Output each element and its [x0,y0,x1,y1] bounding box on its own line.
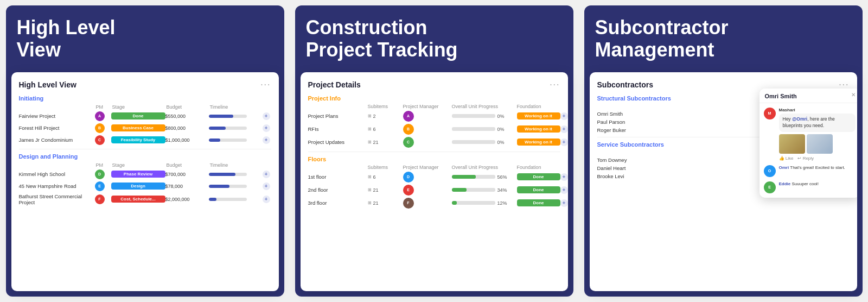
avatar-fairview: A [95,111,105,121]
avatar-pp: A [403,111,414,122]
add-btn-bathurst[interactable]: + [263,196,270,203]
avatar-1f: D [403,172,414,183]
hlv-section-design: Design and Planning [19,153,271,160]
chat-header: Omri Smith ✕ [760,89,857,103]
add-btn-newhampshire[interactable]: + [263,183,270,190]
hlv-col-headers-2: PM Stage Budget Timeline [19,162,271,168]
card-title-3: Subcontractors [597,80,653,89]
card-subcontractors: Subcontractors ··· Structural Subcontrac… [590,72,857,291]
chat-avatar-eddie: E [764,181,776,193]
pt-section-projectinfo: Project Info [308,95,560,102]
pt-row-2ndfloor: 2nd floor ⊞21 E 34% Done + [308,185,560,196]
hlv-row-foresthill: Forest Hill Project B Business Case $800… [19,123,271,133]
chat-header-name: Omri Smith [765,93,854,99]
add-btn-3f[interactable]: + [560,199,568,207]
panel-title-2: ConstructionProject Tracking [301,16,568,61]
add-btn-fairview[interactable]: + [263,112,270,120]
panel-title-1: High LevelView [11,16,279,61]
pt-section-floors: Floors [308,156,560,162]
chat-messages: M Mashari Hey @Omri, here are the bluepr… [760,103,857,198]
avatar-james: C [95,135,105,145]
chat-image-2 [807,134,833,154]
card-dots-1[interactable]: ··· [260,80,271,90]
chat-message-eddie: E Eddie Suuuper cool! [764,181,856,193]
pt-row-3rdfloor: 3rd floor ⊞21 F 12% Done + [308,198,560,209]
avatar-foresthill: B [95,123,105,133]
hlv-row-james: James Jr Condominium C Feasibility Study… [19,135,271,145]
panel-construction-tracking: ConstructionProject Tracking Project Det… [290,0,579,302]
card-dots-2[interactable]: ··· [550,80,560,90]
chat-avatar-mashari: M [764,108,776,119]
add-btn-foresthill[interactable]: + [263,124,270,132]
avatar-pu: C [403,137,414,148]
pt-row-projectplans: Project Plans ⊞2 A 0% Working on it + [308,111,560,122]
add-btn-pp[interactable]: + [560,112,568,120]
add-btn-2f[interactable]: + [560,186,568,194]
chat-avatar-omri: O [764,165,776,177]
add-btn-kimmel[interactable]: + [263,171,270,178]
pt-col-headers-1: Subitems Project Manager Overall Unit Pr… [308,104,560,109]
avatar-rfis: B [403,124,414,135]
chat-message-mashari: M Mashari Hey @Omri, here are the bluepr… [764,108,856,161]
hlv-row-bathurst: Bathurst Street Commercial Project F Cos… [19,193,271,205]
add-btn-pu[interactable]: + [560,139,568,146]
avatar-bathurst: F [95,194,105,204]
chat-images [779,134,856,154]
pt-row-rfis: RFIs ⊞6 B 0% Working on it + [308,124,560,135]
pt-row-projectupdates: Project Updates ⊞21 C 0% Working on it + [308,137,560,148]
avatar-3f: F [403,198,414,209]
chat-actions: 👍 Like ↩ Reply [779,156,856,161]
card-header-1: High Level View ··· [19,80,271,90]
panel-subcontractor-management: SubcontractorManagement Subcontractors ·… [579,0,868,302]
avatar-2f: E [403,185,414,196]
avatar-kimmel: D [95,169,105,179]
chat-close-button[interactable]: ✕ [851,92,856,98]
reply-button[interactable]: ↩ Reply [797,156,814,161]
avatar-newhampshire: E [95,181,105,191]
card-high-level-view: High Level View ··· Initiating PM Stage … [11,72,279,291]
chat-overlay: Omri Smith ✕ M Mashari Hey @Omri, here a… [760,89,857,198]
pt-col-headers-2: Subitems Project Manager Overall Unit Pr… [308,165,560,170]
card-project-tracking: Project Details ··· Project Info Subitem… [301,72,568,291]
chat-message-omri: O Omri That's great! Excited to start. [764,165,856,177]
chat-image-1 [779,134,805,154]
chat-bubble-mashari: Hey @Omri, here are the blueprints you n… [779,114,856,132]
panel-high-level-view: High LevelView High Level View ··· Initi… [1,0,290,302]
pt-row-1stfloor: 1st floor ⊞6 D 56% Done + [308,172,560,183]
card-title-1: High Level View [19,80,76,89]
hlv-col-headers-1: PM Stage Budget Timeline [19,104,271,110]
hlv-section-initiating: Initiating [19,95,271,102]
card-title-2: Project Details [308,80,361,89]
add-btn-1f[interactable]: + [560,173,568,181]
chat-sender-omri: Omri That's great! Excited to start. [779,165,856,170]
hlv-row-fairview: Fairview Project A Done $550,000 + [19,111,271,121]
like-button[interactable]: 👍 Like [779,156,794,161]
card-header-2: Project Details ··· [308,80,560,90]
panel-title-3: SubcontractorManagement [590,16,857,61]
hlv-row-kimmel: Kimmel High School D Phase Review $700,0… [19,169,271,179]
hlv-row-newhampshire: 45 New Hampshire Road E Design $78,000 + [19,181,271,191]
chat-sender-eddie: Eddie Suuuper cool! [779,181,856,186]
chat-sender-mashari: Mashari [779,108,856,112]
add-btn-rfis[interactable]: + [560,125,568,133]
add-btn-james[interactable]: + [263,136,270,144]
